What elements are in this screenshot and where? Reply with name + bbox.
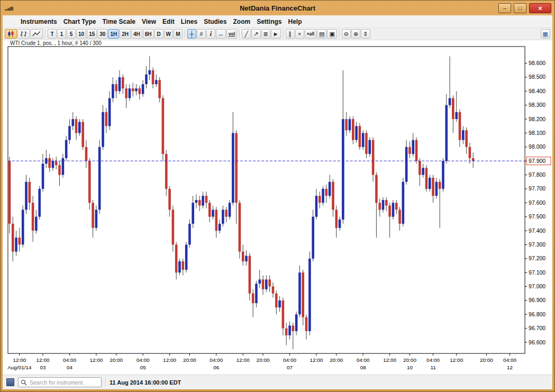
timescale-15min-button[interactable]: 15 xyxy=(87,29,97,39)
timescale-2hour-button[interactable]: 2H xyxy=(120,29,131,39)
svg-text:97.300: 97.300 xyxy=(529,242,545,248)
svg-text:12:00: 12:00 xyxy=(383,357,396,363)
chart-instrument-label: WTI Crude 1. pos. , 1 hour, # 140 / 300 xyxy=(9,40,103,46)
menu-chart-type[interactable]: Chart Type xyxy=(60,17,99,26)
close-button[interactable]: × xyxy=(529,3,551,13)
svg-text:97.100: 97.100 xyxy=(529,270,545,276)
app-window: ▂▄▆ NetDania FinanceChart – □ × Instrume… xyxy=(0,0,555,392)
toolbar-separator xyxy=(239,30,240,38)
svg-text:98.300: 98.300 xyxy=(529,102,545,108)
search-icon xyxy=(21,379,27,386)
toolbar: T151015301H2H4H8HDWM┼#i↔vol╱↗≣►∥××all▤▣⊖… xyxy=(3,28,552,40)
toolbar-separator xyxy=(45,30,46,38)
trendline-tool-button[interactable]: ╱ xyxy=(242,29,251,39)
svg-text:20:00: 20:00 xyxy=(257,357,270,363)
svg-text:Aug/01/14: Aug/01/14 xyxy=(7,364,32,370)
grid-button[interactable]: # xyxy=(197,29,206,39)
svg-text:98.000: 98.000 xyxy=(529,144,545,150)
print-button[interactable]: ▤ xyxy=(317,29,326,39)
svg-text:06: 06 xyxy=(213,364,220,370)
timescale-10min-button[interactable]: 10 xyxy=(76,29,86,39)
menu-zoom[interactable]: Zoom xyxy=(230,17,253,26)
instrument-list-button[interactable]: ▦ xyxy=(541,29,550,39)
candles-series xyxy=(8,56,475,349)
print-preview-button[interactable]: ▣ xyxy=(327,29,336,39)
svg-text:12:00: 12:00 xyxy=(89,357,103,363)
menu-instruments[interactable]: Instruments xyxy=(17,17,60,26)
svg-text:08: 08 xyxy=(360,364,367,370)
search-box[interactable] xyxy=(18,377,102,387)
timescale-tick-button[interactable]: T xyxy=(48,29,57,39)
toolbar-separator xyxy=(339,30,340,38)
svg-text:10: 10 xyxy=(407,364,413,370)
svg-text:97.700: 97.700 xyxy=(529,186,545,192)
menu-time-scale[interactable]: Time Scale xyxy=(99,17,138,26)
timescale-8hour-button[interactable]: 8H xyxy=(143,29,154,39)
parallel-lines-button[interactable]: ∥ xyxy=(286,29,295,39)
timescale-1hour-button[interactable]: 1H xyxy=(108,29,119,39)
zoom-in-button[interactable]: ⊕ xyxy=(351,29,360,39)
svg-text:04:00: 04:00 xyxy=(137,357,150,363)
timescale-4hour-button[interactable]: 4H xyxy=(131,29,142,39)
svg-text:97.400: 97.400 xyxy=(529,228,545,234)
svg-text:98.200: 98.200 xyxy=(529,116,545,122)
chart-type-bars-button[interactable] xyxy=(17,29,30,39)
ray-tool-button[interactable]: ↗ xyxy=(251,29,260,39)
minimize-button[interactable]: – xyxy=(498,3,511,13)
timescale-1min-button[interactable]: 1 xyxy=(57,29,66,39)
svg-text:07: 07 xyxy=(287,364,293,370)
time-axis: 12:00Aug/01/1412:000304:000412:0020:0004… xyxy=(7,353,516,370)
svg-text:04:00: 04:00 xyxy=(283,357,296,363)
pointer-tool-button[interactable]: ► xyxy=(271,29,281,39)
timescale-5min-button[interactable]: 5 xyxy=(67,29,76,39)
horizontal-scroll-button[interactable]: ↔ xyxy=(216,29,226,39)
delete-all-lines-button[interactable]: ×all xyxy=(305,29,316,39)
svg-text:98.100: 98.100 xyxy=(529,130,545,136)
svg-text:97.900: 97.900 xyxy=(529,158,545,164)
zoom-out-button[interactable]: ⊖ xyxy=(342,29,351,39)
svg-text:96.800: 96.800 xyxy=(529,312,545,317)
chart-type-candlestick-button[interactable] xyxy=(5,29,17,39)
chart-type-line-button[interactable] xyxy=(30,29,43,39)
svg-text:04: 04 xyxy=(67,364,73,370)
statusbar-logo-icon xyxy=(6,378,14,386)
menu-settings[interactable]: Settings xyxy=(253,17,285,26)
svg-text:12:00: 12:00 xyxy=(310,357,323,363)
timescale-30min-button[interactable]: 30 xyxy=(97,29,107,39)
window-title: NetDania FinanceChart xyxy=(1,4,554,12)
menu-help[interactable]: Help xyxy=(285,17,305,26)
maximize-button[interactable]: □ xyxy=(514,3,526,13)
status-timestamp: 11 Aug 2014 16:00:00 EDT xyxy=(110,379,181,386)
timescale-month-button[interactable]: M xyxy=(174,29,183,39)
search-input[interactable] xyxy=(29,379,99,386)
chart-region[interactable]: WTI Crude 1. pos. , 1 hour, # 140 / 300 … xyxy=(3,40,552,375)
svg-text:96.700: 96.700 xyxy=(529,325,545,331)
volume-button[interactable]: vol xyxy=(226,29,237,39)
svg-text:20:00: 20:00 xyxy=(110,357,123,363)
svg-text:97.800: 97.800 xyxy=(529,172,545,178)
menu-studies[interactable]: Studies xyxy=(201,17,230,26)
vertical-scale-button[interactable]: ⇕ xyxy=(361,29,370,39)
svg-text:98.400: 98.400 xyxy=(529,88,545,94)
info-button[interactable]: i xyxy=(206,29,215,39)
candlestick-chart[interactable]: 98.60098.50098.40098.30098.20098.10098.0… xyxy=(3,40,552,375)
svg-text:97.500: 97.500 xyxy=(529,214,545,220)
fibonacci-tool-button[interactable]: ≣ xyxy=(261,29,270,39)
crosshair-button[interactable]: ┼ xyxy=(187,29,196,39)
timescale-week-button[interactable]: W xyxy=(164,29,173,39)
svg-text:12:00: 12:00 xyxy=(236,357,250,363)
titlebar[interactable]: ▂▄▆ NetDania FinanceChart – □ × xyxy=(1,1,554,15)
menu-lines[interactable]: Lines xyxy=(178,17,201,26)
svg-text:97.200: 97.200 xyxy=(529,256,545,261)
svg-text:97.000: 97.000 xyxy=(529,284,545,289)
menu-edit[interactable]: Edit xyxy=(159,17,178,26)
timescale-day-button[interactable]: D xyxy=(154,29,163,39)
svg-text:04:00: 04:00 xyxy=(63,357,76,363)
menu-view[interactable]: View xyxy=(139,17,159,26)
svg-text:98.600: 98.600 xyxy=(529,60,545,66)
statusbar: 11 Aug 2014 16:00:00 EDT xyxy=(3,375,552,389)
toolbar-separator xyxy=(283,30,284,38)
svg-text:12:00: 12:00 xyxy=(450,357,463,363)
delete-line-button[interactable]: × xyxy=(295,29,304,39)
svg-text:04:00: 04:00 xyxy=(210,357,223,363)
